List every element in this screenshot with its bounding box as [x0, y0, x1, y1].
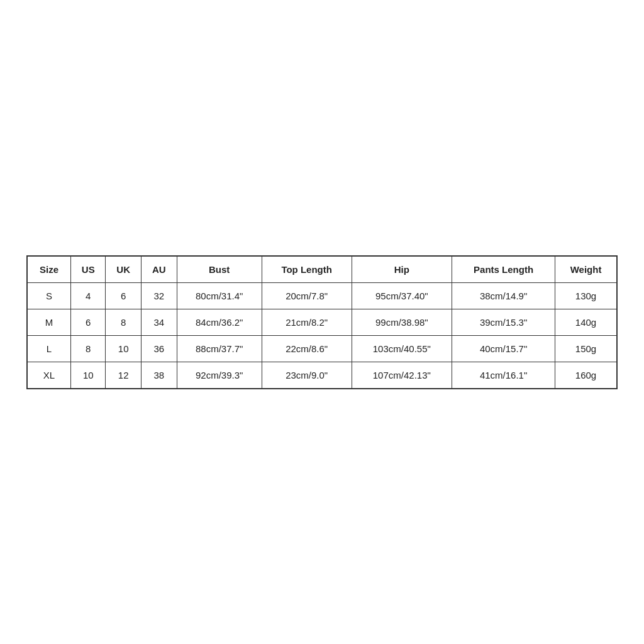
- table-header-cell: Size: [27, 256, 71, 283]
- table-cell: 6: [71, 309, 106, 335]
- table-cell: 38: [142, 362, 177, 389]
- table-cell: 140g: [555, 309, 617, 335]
- table-cell: 12: [106, 362, 142, 389]
- table-cell: 4: [71, 282, 106, 309]
- table-cell: 40cm/15.7": [452, 335, 555, 362]
- table-header-cell: Weight: [555, 256, 617, 283]
- table-cell: 88cm/37.7": [177, 335, 262, 362]
- table-row: S463280cm/31.4"20cm/7.8"95cm/37.40"38cm/…: [27, 282, 617, 309]
- table-cell: 41cm/16.1": [452, 362, 555, 389]
- table-row: M683484cm/36.2"21cm/8.2"99cm/38.98"39cm/…: [27, 309, 617, 335]
- table-cell: 10: [71, 362, 106, 389]
- table-header-cell: Top Length: [262, 256, 352, 283]
- table-cell: 8: [106, 309, 142, 335]
- table-cell: 80cm/31.4": [177, 282, 262, 309]
- table-cell: 20cm/7.8": [262, 282, 352, 309]
- table-header-cell: US: [71, 256, 106, 283]
- table-header-cell: Bust: [177, 256, 262, 283]
- size-chart-table: SizeUSUKAUBustTop LengthHipPants LengthW…: [26, 255, 618, 389]
- table-cell: 23cm/9.0": [262, 362, 352, 389]
- table-cell: 10: [106, 335, 142, 362]
- table-cell: 107cm/42.13": [352, 362, 452, 389]
- table-cell: 92cm/39.3": [177, 362, 262, 389]
- table-cell: 8: [71, 335, 106, 362]
- table-cell: 22cm/8.6": [262, 335, 352, 362]
- table-row: L8103688cm/37.7"22cm/8.6"103cm/40.55"40c…: [27, 335, 617, 362]
- table-header-cell: AU: [142, 256, 177, 283]
- table-cell: XL: [27, 362, 71, 389]
- table-header-cell: Hip: [352, 256, 452, 283]
- table-cell: 21cm/8.2": [262, 309, 352, 335]
- size-chart-container: SizeUSUKAUBustTop LengthHipPants LengthW…: [20, 249, 624, 396]
- table-cell: 36: [142, 335, 177, 362]
- table-cell: 34: [142, 309, 177, 335]
- table-cell: M: [27, 309, 71, 335]
- table-header-cell: UK: [106, 256, 142, 283]
- table-cell: 39cm/15.3": [452, 309, 555, 335]
- table-cell: S: [27, 282, 71, 309]
- table-cell: 160g: [555, 362, 617, 389]
- table-cell: 130g: [555, 282, 617, 309]
- table-cell: 38cm/14.9": [452, 282, 555, 309]
- table-cell: 32: [142, 282, 177, 309]
- table-row: XL10123892cm/39.3"23cm/9.0"107cm/42.13"4…: [27, 362, 617, 389]
- table-header-cell: Pants Length: [452, 256, 555, 283]
- table-cell: 99cm/38.98": [352, 309, 452, 335]
- table-cell: 95cm/37.40": [352, 282, 452, 309]
- table-header-row: SizeUSUKAUBustTop LengthHipPants LengthW…: [27, 256, 617, 283]
- table-cell: 150g: [555, 335, 617, 362]
- table-cell: 6: [106, 282, 142, 309]
- table-cell: 103cm/40.55": [352, 335, 452, 362]
- table-cell: L: [27, 335, 71, 362]
- table-cell: 84cm/36.2": [177, 309, 262, 335]
